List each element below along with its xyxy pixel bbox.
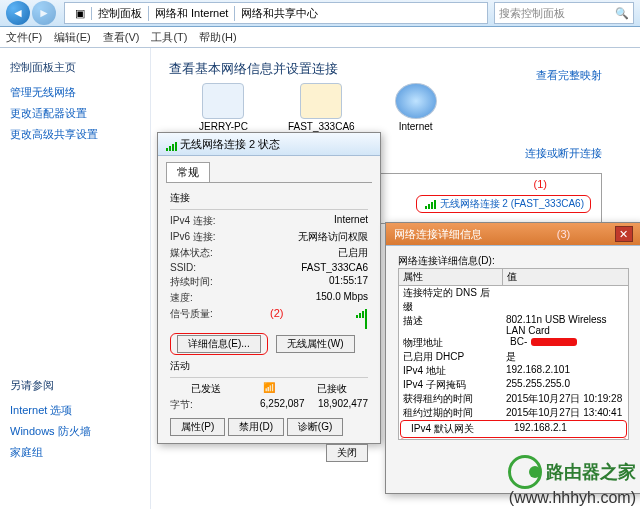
network-map: JERRY-PC FAST_333CA6 Internet <box>199 83 622 132</box>
details-subtitle: 网络连接详细信息(D): <box>398 254 629 268</box>
annotation-1: (1) <box>534 178 547 190</box>
full-map-link[interactable]: 查看完整映射 <box>536 69 602 81</box>
tab-general[interactable]: 常规 <box>166 162 210 182</box>
back-button[interactable]: ◄ <box>6 1 30 25</box>
close-button[interactable]: 关闭 <box>326 444 368 462</box>
details-button[interactable]: 详细信息(E)... <box>177 335 261 353</box>
signal-icon <box>423 198 437 208</box>
status-dialog: 无线网络连接 2 状态 常规 连接 IPv4 连接:Internet IPv6 … <box>157 132 381 444</box>
window-titlebar: ◄ ► ▣ 控制面板 网络和 Internet 网络和共享中心 搜索控制面板 🔍 <box>0 0 640 27</box>
disable-button[interactable]: 禁用(D) <box>228 418 284 436</box>
search-icon: 🔍 <box>615 7 629 20</box>
sidebar-item-sharing[interactable]: 更改高级共享设置 <box>10 127 140 142</box>
sidebar: 控制面板主页 管理无线网络 更改适配器设置 更改高级共享设置 另请参阅 Inte… <box>0 48 151 509</box>
annotation-3: (3) <box>557 228 570 240</box>
sidebar-item-wireless[interactable]: 管理无线网络 <box>10 85 140 100</box>
sidebar-item-firewall[interactable]: Windows 防火墙 <box>10 424 140 439</box>
section-activity: 活动 <box>170 359 368 373</box>
pc-icon <box>202 83 244 119</box>
signal-icon <box>166 139 180 149</box>
menu-view[interactable]: 查看(V) <box>103 30 140 45</box>
menubar: 文件(F) 编辑(E) 查看(V) 工具(T) 帮助(H) <box>0 27 640 48</box>
sidebar-item-inetopt[interactable]: Internet 选项 <box>10 403 140 418</box>
watermark-logo: 路由器之家 (www.hhhyh.com) <box>508 455 636 507</box>
see-also-heading: 另请参阅 <box>10 378 140 393</box>
close-icon[interactable]: ✕ <box>615 226 633 242</box>
redacted-mac <box>531 338 577 346</box>
router-icon <box>300 83 342 119</box>
details-dialog-title: 网络连接详细信息 (3) ✕ <box>386 223 640 246</box>
menu-tools[interactable]: 工具(T) <box>151 30 187 45</box>
details-dialog: 网络连接详细信息 (3) ✕ 网络连接详细信息(D): 属性值 连接特定的 DN… <box>385 222 640 494</box>
signal-bars-icon <box>354 307 368 317</box>
details-table: 属性值 连接特定的 DNS 后缀 描述802.11n USB Wireless … <box>398 268 629 440</box>
wlan-link-highlight[interactable]: 无线网络连接 2 (FAST_333CA6) <box>416 195 591 213</box>
status-dialog-title: 无线网络连接 2 状态 <box>158 133 380 156</box>
sidebar-home[interactable]: 控制面板主页 <box>10 60 140 75</box>
sidebar-item-adapter[interactable]: 更改适配器设置 <box>10 106 140 121</box>
diagnose-button[interactable]: 诊断(G) <box>287 418 343 436</box>
section-connection: 连接 <box>170 191 368 205</box>
connect-link[interactable]: 连接或断开连接 <box>525 147 602 159</box>
globe-icon <box>395 83 437 119</box>
menu-file[interactable]: 文件(F) <box>6 30 42 45</box>
search-input[interactable]: 搜索控制面板 🔍 <box>494 2 634 24</box>
menu-edit[interactable]: 编辑(E) <box>54 30 91 45</box>
breadcrumb[interactable]: ▣ 控制面板 网络和 Internet 网络和共享中心 <box>64 2 488 24</box>
forward-button[interactable]: ► <box>32 1 56 25</box>
props-button[interactable]: 属性(P) <box>170 418 225 436</box>
wireless-props-button[interactable]: 无线属性(W) <box>276 335 354 353</box>
logo-icon <box>508 455 542 489</box>
sidebar-item-homegroup[interactable]: 家庭组 <box>10 445 140 460</box>
menu-help[interactable]: 帮助(H) <box>199 30 236 45</box>
